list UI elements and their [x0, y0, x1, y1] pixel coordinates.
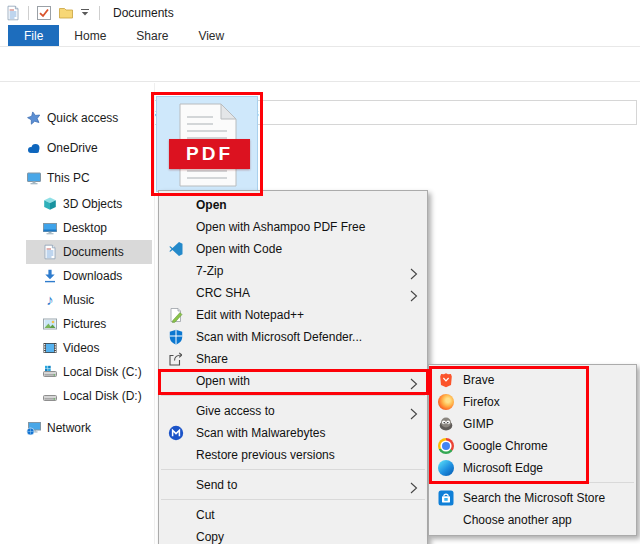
system-drive-icon — [42, 364, 58, 380]
menu-item-open-with[interactable]: Open with — [159, 370, 427, 392]
qat-properties-button[interactable] — [36, 5, 52, 21]
submenu-arrow-icon — [410, 375, 418, 397]
menu-item-label: Share — [196, 352, 228, 366]
menu-item-label: Restore previous versions — [196, 448, 335, 462]
menu-item-give-access-to[interactable]: Give access to — [159, 400, 427, 422]
sidebar-item-label: Documents — [63, 245, 124, 259]
menu-item-send-to[interactable]: Send to — [159, 474, 427, 496]
sidebar-item-label: This PC — [47, 171, 90, 185]
tab-file[interactable]: File — [8, 25, 59, 46]
menu-item-open[interactable]: Open — [159, 194, 427, 216]
sidebar-item-local-disk-d[interactable]: Local Disk (D:) — [26, 384, 152, 408]
menu-item-label: Copy — [196, 530, 224, 544]
menu-item-share[interactable]: Share — [159, 348, 427, 370]
sidebar-item-label: Local Disk (C:) — [63, 365, 142, 379]
sidebar-item-desktop[interactable]: Desktop — [26, 216, 152, 240]
sidebar-item-music[interactable]: ♪ Music — [26, 288, 152, 312]
submenu-item-label: Choose another app — [463, 513, 572, 527]
pdf-file-tile[interactable]: PDF — [156, 96, 258, 192]
menu-item-scan-with-defender[interactable]: Scan with Microsoft Defender... — [159, 326, 427, 348]
sidebar-item-network[interactable]: Network — [26, 416, 152, 440]
drive-icon — [42, 388, 58, 404]
defender-shield-icon — [168, 329, 184, 345]
menu-item-7zip[interactable]: 7-Zip — [159, 260, 427, 282]
chrome-icon — [438, 438, 454, 454]
submenu-item-google-chrome[interactable]: Google Chrome — [429, 435, 636, 457]
menu-item-label: Open with — [196, 374, 250, 388]
tab-home[interactable]: Home — [59, 25, 121, 46]
malwarebytes-icon — [168, 425, 184, 441]
menu-item-crc-sha[interactable]: CRC SHA — [159, 282, 427, 304]
menu-item-label: Give access to — [196, 404, 275, 418]
menu-item-label: CRC SHA — [196, 286, 250, 300]
menu-item-label: Open with Code — [196, 242, 282, 256]
music-note-icon: ♪ — [42, 292, 58, 308]
menu-item-edit-with-notepadpp[interactable]: Edit with Notepad++ — [159, 304, 427, 326]
microsoft-store-icon — [438, 490, 454, 506]
submenu-arrow-icon — [410, 479, 418, 501]
sidebar-item-this-pc[interactable]: This PC — [26, 166, 152, 190]
tab-view[interactable]: View — [183, 25, 239, 46]
sidebar-item-3d-objects[interactable]: 3D Objects — [26, 192, 152, 216]
submenu-item-gimp[interactable]: GIMP — [429, 413, 636, 435]
sidebar-item-local-disk-c[interactable]: Local Disk (C:) — [26, 360, 152, 384]
cube-icon — [42, 196, 58, 212]
pdf-badge: PDF — [169, 139, 250, 169]
submenu-item-choose-another-app[interactable]: Choose another app — [429, 509, 636, 531]
submenu-item-brave[interactable]: Brave — [429, 369, 636, 391]
menu-item-open-with-code[interactable]: Open with Code — [159, 238, 427, 260]
menu-item-label: Open with Ashampoo PDF Free — [196, 220, 365, 234]
sidebar-item-pictures[interactable]: Pictures — [26, 312, 152, 336]
submenu-item-microsoft-edge[interactable]: Microsoft Edge — [429, 457, 636, 479]
menu-item-label: Edit with Notepad++ — [196, 308, 304, 322]
sidebar-item-videos[interactable]: Videos — [26, 336, 152, 360]
gimp-icon — [438, 416, 454, 432]
menu-item-scan-with-malwarebytes[interactable]: Scan with Malwarebytes — [159, 422, 427, 444]
submenu-item-label: Brave — [463, 373, 494, 387]
qat-new-folder-button[interactable] — [58, 5, 74, 21]
open-with-submenu: Brave Firefox GIMP Google Chrome Microso… — [428, 364, 637, 536]
menu-item-open-with-ashampoo[interactable]: Open with Ashampoo PDF Free — [159, 216, 427, 238]
pane-divider — [154, 83, 155, 544]
sidebar-item-documents[interactable]: Documents — [26, 240, 152, 264]
sidebar-item-label: Music — [63, 293, 94, 307]
submenu-item-firefox[interactable]: Firefox — [429, 391, 636, 413]
submenu-item-label: Search the Microsoft Store — [463, 491, 605, 505]
submenu-item-label: Google Chrome — [463, 439, 548, 453]
submenu-item-label: Firefox — [463, 395, 500, 409]
onedrive-cloud-icon — [26, 140, 42, 156]
context-menu: Open Open with Ashampoo PDF Free Open wi… — [158, 190, 428, 544]
desktop-icon — [42, 220, 58, 236]
notepadpp-icon — [168, 307, 184, 323]
sidebar-item-onedrive[interactable]: OneDrive — [26, 136, 152, 160]
tab-share[interactable]: Share — [121, 25, 183, 46]
address-bar-row: This PC Documents — [0, 47, 640, 82]
submenu-item-label: Microsoft Edge — [463, 461, 543, 475]
menu-item-cut[interactable]: Cut — [159, 504, 427, 526]
sidebar-item-label: OneDrive — [47, 141, 98, 155]
brave-icon — [438, 372, 454, 388]
menu-item-label: 7-Zip — [196, 264, 223, 278]
picture-icon — [42, 316, 58, 332]
menu-separator — [161, 395, 425, 396]
download-arrow-icon — [42, 268, 58, 284]
sidebar-item-downloads[interactable]: Downloads — [26, 264, 152, 288]
this-pc-monitor-icon — [26, 170, 42, 186]
menu-separator — [161, 499, 425, 500]
window-title: Documents — [113, 6, 174, 20]
title-bar: Documents — [0, 0, 640, 25]
menu-item-label: Send to — [196, 478, 237, 492]
divider — [28, 6, 29, 20]
menu-item-label: Open — [196, 198, 227, 212]
submenu-item-search-microsoft-store[interactable]: Search the Microsoft Store — [429, 487, 636, 509]
menu-item-label: Cut — [196, 508, 215, 522]
menu-item-copy[interactable]: Copy — [159, 526, 427, 544]
vscode-icon — [168, 241, 184, 257]
ribbon-tab-strip: File Home Share View — [0, 25, 640, 47]
menu-item-restore-previous-versions[interactable]: Restore previous versions — [159, 444, 427, 466]
menu-item-label: Scan with Malwarebytes — [196, 426, 325, 440]
qat-customize-dropdown[interactable] — [80, 8, 90, 17]
sidebar-item-quick-access[interactable]: Quick access — [26, 106, 152, 130]
sidebar-item-label: Desktop — [63, 221, 107, 235]
menu-separator — [161, 469, 425, 470]
